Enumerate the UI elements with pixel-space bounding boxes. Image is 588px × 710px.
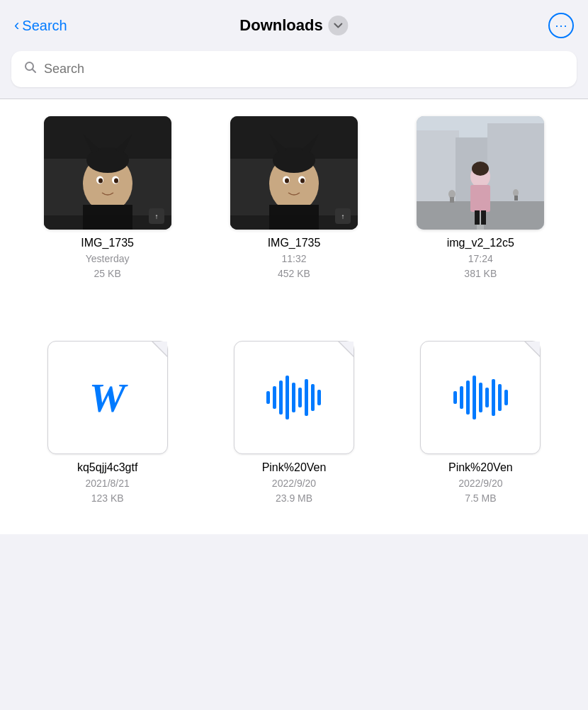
svg-rect-37 (475, 210, 480, 225)
file-name: kq5qjj4c3gtf (77, 461, 137, 474)
back-button[interactable]: ‹ Search (14, 18, 99, 34)
svg-point-39 (472, 162, 489, 176)
audio-doc-icon-2 (420, 341, 541, 454)
svg-rect-41 (450, 197, 454, 203)
search-input[interactable] (44, 62, 564, 77)
header: ‹ Search Downloads ⋯ (0, 0, 588, 45)
file-meta: 2021/8/21123 KB (86, 476, 130, 506)
thumbnail (417, 116, 544, 230)
documents-section: W kq5qjj4c3gtf 2021/8/21123 KB (0, 324, 588, 534)
svg-text:↑: ↑ (154, 213, 158, 220)
file-meta: 17:24381 KB (464, 252, 497, 281)
back-chevron-icon: ‹ (14, 18, 19, 33)
more-button[interactable]: ⋯ (548, 13, 574, 38)
file-meta: 11:32452 KB (278, 252, 310, 281)
svg-point-42 (513, 189, 519, 196)
doc-icon: W (47, 341, 168, 454)
svg-point-24 (285, 179, 289, 184)
search-bar-container (0, 45, 588, 98)
file-name: Pink%20Ven (448, 461, 513, 474)
thumbnail: ↑ (230, 116, 358, 230)
file-meta: 2022/9/207.5 MB (458, 476, 502, 506)
word-icon: W (89, 374, 126, 422)
search-icon (24, 61, 37, 77)
dropdown-button[interactable] (329, 16, 349, 35)
page-title: Downloads (239, 16, 322, 35)
section-gap (0, 295, 588, 324)
more-icon: ⋯ (555, 18, 568, 33)
chevron-down-icon (334, 21, 344, 30)
svg-rect-43 (514, 196, 518, 201)
svg-rect-36 (470, 185, 490, 212)
list-item[interactable]: img_v2_12c5 17:24381 KB (393, 116, 568, 281)
svg-rect-38 (481, 210, 486, 225)
list-item[interactable]: Pink%20Ven 2022/9/207.5 MB (393, 341, 568, 506)
list-item[interactable]: W kq5qjj4c3gtf 2021/8/21123 KB (20, 341, 195, 506)
svg-point-10 (98, 179, 103, 184)
file-meta: 2022/9/2023.9 MB (272, 476, 316, 506)
file-name: img_v2_12c5 (447, 237, 514, 249)
svg-point-25 (300, 179, 305, 184)
svg-text:↑: ↑ (341, 213, 344, 220)
audio-doc-icon (234, 341, 354, 454)
search-bar[interactable] (11, 51, 577, 87)
file-meta: Yesterday25 KB (86, 252, 130, 281)
back-label: Search (22, 18, 67, 34)
file-name: IMG_1735 (81, 237, 134, 249)
thumbnail: ↑ (44, 116, 171, 230)
svg-point-11 (114, 179, 118, 184)
list-item[interactable]: Pink%20Ven 2022/9/2023.9 MB (206, 341, 381, 506)
images-section: ↑ IMG_1735 Yesterday25 KB (0, 99, 588, 295)
list-item[interactable]: ↑ IMG_1735 11:32452 KB (206, 116, 381, 281)
file-name: IMG_1735 (268, 237, 321, 249)
audio-wave-icon (266, 376, 321, 419)
file-name: Pink%20Ven (262, 461, 327, 474)
header-title-area: Downloads (239, 16, 348, 35)
list-item[interactable]: ↑ IMG_1735 Yesterday25 KB (20, 116, 195, 281)
audio-wave-icon-2 (453, 376, 508, 419)
